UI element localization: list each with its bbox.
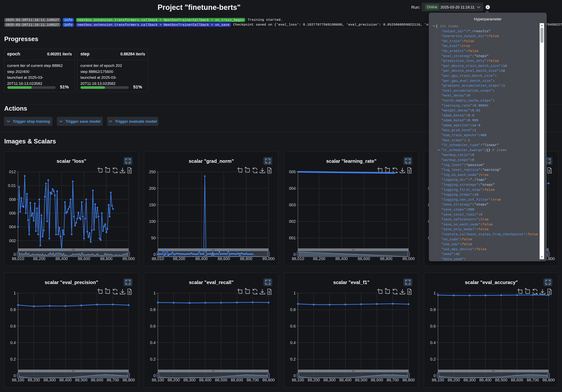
svg-text:88,400: 88,400 <box>55 256 68 261</box>
svg-text:0.6: 0.6 <box>290 324 296 328</box>
svg-text:100: 100 <box>149 219 156 224</box>
svg-text:0.8: 0.8 <box>430 307 436 312</box>
svg-text:88,400: 88,400 <box>199 378 211 382</box>
svg-text:0: 0 <box>293 252 296 257</box>
svg-text:88,800: 88,800 <box>122 378 135 382</box>
svg-text:88,400: 88,400 <box>195 256 208 261</box>
svg-text:0.8: 0.8 <box>10 307 16 312</box>
svg-text:88,600: 88,600 <box>358 256 370 261</box>
svg-text:89,000: 89,000 <box>262 256 275 261</box>
svg-text:88,800: 88,800 <box>100 256 112 261</box>
svg-text:012: 012 <box>9 170 16 174</box>
svg-text:1: 1 <box>293 291 296 295</box>
svg-text:250: 250 <box>149 170 156 174</box>
svg-text:89,000: 89,000 <box>402 256 415 261</box>
svg-text:scalar "learning_rate": scalar "learning_rate" <box>326 158 377 164</box>
svg-text:88,600: 88,600 <box>78 256 90 261</box>
svg-text:50: 50 <box>151 236 156 240</box>
svg-text:88,700: 88,700 <box>387 378 399 382</box>
svg-text:0.6: 0.6 <box>150 324 156 328</box>
svg-text:88,600: 88,600 <box>511 378 523 382</box>
svg-text:scalar "eval_accuracy": scalar "eval_accuracy" <box>465 280 518 285</box>
svg-text:0.6: 0.6 <box>10 324 16 328</box>
svg-text:88,500: 88,500 <box>215 378 227 382</box>
svg-text:0.2: 0.2 <box>10 357 16 361</box>
svg-text:1: 1 <box>13 291 16 295</box>
svg-text:0.8: 0.8 <box>150 307 156 312</box>
svg-text:scalar "eval_f1": scalar "eval_f1" <box>333 280 369 285</box>
svg-text:88,800: 88,800 <box>542 378 555 382</box>
svg-text:88,800: 88,800 <box>380 256 392 261</box>
svg-text:88,010: 88,010 <box>12 256 24 261</box>
svg-text:88,200: 88,200 <box>173 256 185 261</box>
svg-text:0.4: 0.4 <box>290 340 296 345</box>
svg-text:88,700: 88,700 <box>527 378 539 382</box>
svg-text:0.8: 0.8 <box>290 307 296 312</box>
svg-text:88,010: 88,010 <box>152 256 164 261</box>
svg-text:88,400: 88,400 <box>335 256 348 261</box>
svg-text:88,200: 88,200 <box>313 256 325 261</box>
svg-text:88,400: 88,400 <box>339 378 351 382</box>
svg-text:006: 006 <box>9 211 16 215</box>
svg-text:88,100: 88,100 <box>12 378 24 382</box>
svg-text:88,700: 88,700 <box>106 378 119 382</box>
svg-text:0.4: 0.4 <box>430 340 436 345</box>
svg-text:0: 0 <box>13 373 16 378</box>
svg-text:1: 1 <box>153 291 156 295</box>
svg-text:88,500: 88,500 <box>355 378 367 382</box>
svg-text:88,800: 88,800 <box>402 378 415 382</box>
svg-text:150: 150 <box>149 203 156 207</box>
svg-text:88,600: 88,600 <box>91 378 103 382</box>
svg-text:scalar "eval_recall": scalar "eval_recall" <box>189 280 234 285</box>
svg-text:88,600: 88,600 <box>371 378 383 382</box>
svg-text:88,200: 88,200 <box>33 256 45 261</box>
svg-text:88,300: 88,300 <box>463 378 476 382</box>
svg-text:scalar "grad_norm": scalar "grad_norm" <box>189 158 234 164</box>
svg-text:0.2: 0.2 <box>290 357 296 361</box>
svg-text:88,200: 88,200 <box>28 378 40 382</box>
svg-text:0: 0 <box>153 373 156 378</box>
svg-text:88,600: 88,600 <box>231 378 243 382</box>
svg-text:88,200: 88,200 <box>307 378 320 382</box>
svg-text:88,700: 88,700 <box>247 378 259 382</box>
svg-text:0: 0 <box>13 252 16 257</box>
svg-text:scalar "loss": scalar "loss" <box>57 158 86 164</box>
svg-text:004: 004 <box>289 186 296 191</box>
svg-text:0.4: 0.4 <box>10 340 16 345</box>
svg-text:88,010: 88,010 <box>292 256 304 261</box>
svg-text:0.4: 0.4 <box>150 340 156 345</box>
svg-text:88,500: 88,500 <box>75 378 87 382</box>
svg-text:88,300: 88,300 <box>43 378 56 382</box>
svg-text:1: 1 <box>433 291 436 295</box>
svg-text:0.2: 0.2 <box>150 357 156 361</box>
svg-text:88,100: 88,100 <box>432 378 444 382</box>
svg-text:0.2: 0.2 <box>430 357 436 361</box>
svg-text:88,600: 88,600 <box>218 256 230 261</box>
svg-text:001: 001 <box>289 236 296 240</box>
svg-text:0: 0 <box>433 373 436 378</box>
svg-text:88,500: 88,500 <box>495 378 507 382</box>
svg-text:0.6: 0.6 <box>430 324 436 328</box>
svg-text:88,200: 88,200 <box>167 378 180 382</box>
svg-text:89,000: 89,000 <box>122 256 135 261</box>
svg-text:88,400: 88,400 <box>479 378 492 382</box>
svg-text:0: 0 <box>293 373 296 378</box>
svg-text:88,800: 88,800 <box>240 256 252 261</box>
svg-text:004: 004 <box>9 225 16 229</box>
svg-text:003: 003 <box>289 203 296 207</box>
svg-text:88,400: 88,400 <box>59 378 71 382</box>
svg-text:0: 0 <box>153 252 156 257</box>
svg-text:008: 008 <box>9 197 16 202</box>
svg-text:002: 002 <box>289 219 296 224</box>
svg-text:88,800: 88,800 <box>262 378 275 382</box>
svg-text:005: 005 <box>289 170 296 174</box>
svg-text:88,300: 88,300 <box>183 378 196 382</box>
svg-text:88,100: 88,100 <box>292 378 304 382</box>
svg-text:scalar "eval_precision": scalar "eval_precision" <box>45 280 98 285</box>
svg-text:002: 002 <box>9 239 16 243</box>
svg-text:88,200: 88,200 <box>447 378 460 382</box>
svg-text:88,300: 88,300 <box>323 378 336 382</box>
svg-text:200: 200 <box>149 186 156 191</box>
svg-text:88,100: 88,100 <box>152 378 164 382</box>
svg-text:0.01: 0.01 <box>8 183 16 188</box>
